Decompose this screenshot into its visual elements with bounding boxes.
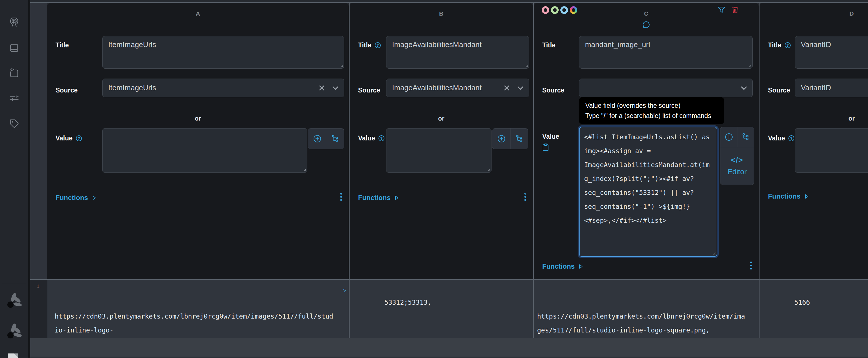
adjustments-sliders-icon[interactable] — [9, 92, 20, 103]
resize-handle-icon[interactable] — [524, 63, 528, 67]
add-value-button[interactable] — [492, 129, 510, 149]
help-icon[interactable]: ? — [378, 135, 384, 141]
delete-column-trash-icon[interactable] — [731, 6, 739, 14]
clear-icon[interactable] — [503, 84, 511, 92]
mapping-column-a: A Title ItemImageUrls Source ItemImageUr… — [47, 3, 349, 279]
open-editor-button[interactable]: </> Editor — [720, 147, 754, 185]
plentymarkets-leaf-icon[interactable] — [6, 292, 23, 310]
help-icon[interactable]: ? — [76, 135, 82, 141]
mapping-column-c: C — [534, 3, 758, 279]
resize-handle-icon[interactable] — [486, 167, 490, 172]
functions-link[interactable]: Functions — [542, 263, 583, 270]
plus-circle-icon — [497, 134, 506, 143]
column-letter: A — [47, 10, 349, 17]
mapping-column-b: B Title ? ImageAvailabilitiesMandant Sou… — [349, 3, 533, 279]
book-icon[interactable] — [9, 43, 20, 53]
title-label: Title — [542, 42, 556, 49]
clear-icon[interactable] — [318, 84, 326, 92]
preview-cell-d[interactable]: 5166 — [760, 280, 868, 338]
badge-green-icon[interactable] — [551, 6, 559, 14]
top-bar — [30, 0, 868, 3]
source-label: Source — [56, 86, 78, 94]
badge-blue-icon[interactable] — [560, 6, 568, 14]
resize-handle-icon[interactable] — [339, 63, 343, 67]
value-input[interactable] — [102, 128, 307, 173]
cell-value: 5166 — [794, 299, 810, 306]
mapping-column-d: D Title ? VariantID Source VariantID or — [760, 3, 868, 279]
column-menu-kebab-icon[interactable] — [340, 192, 342, 203]
preview-cell-c[interactable]: https://cdn03.plentymarkets.com/lbnrej0r… — [534, 280, 758, 338]
add-value-button[interactable] — [720, 127, 737, 147]
preview-cell-b[interactable]: 53312;53313, — [349, 280, 533, 338]
mapping-tree-button[interactable] — [326, 129, 344, 149]
filter-icon[interactable] — [717, 6, 726, 14]
add-value-button[interactable] — [308, 129, 326, 149]
value-label: Value ? — [768, 135, 794, 142]
value-code-input[interactable]: <#list ItemImageUrls.asList() as img><#a… — [579, 127, 717, 257]
mapping-tree-button[interactable] — [737, 127, 754, 147]
source-select[interactable]: VariantID — [795, 79, 868, 97]
chevron-right-icon — [92, 195, 96, 200]
help-icon[interactable]: ? — [785, 42, 790, 48]
source-select[interactable] — [579, 79, 753, 97]
title-input[interactable]: ItemImageUrls — [102, 36, 344, 68]
resize-handle-icon[interactable] — [302, 167, 306, 172]
chevron-down-icon[interactable] — [517, 84, 524, 92]
title-input[interactable]: VariantID — [795, 36, 868, 68]
functions-link[interactable]: Functions — [768, 192, 809, 200]
value-actions — [308, 128, 344, 149]
source-select[interactable]: ImageAvailabilitiesMandant — [386, 79, 529, 97]
or-separator: or — [47, 115, 349, 122]
badge-rainbow-icon[interactable] — [570, 6, 577, 14]
cell-value: https://cdn03.plentymarkets.com/lbnrej0r… — [55, 309, 334, 338]
column-menu-kebab-icon[interactable] — [750, 261, 752, 272]
comment-bubble-icon[interactable] — [642, 21, 650, 29]
file-icon[interactable] — [8, 354, 18, 358]
value-input[interactable] — [386, 128, 492, 173]
clipboard-icon[interactable] — [542, 143, 549, 151]
plus-circle-icon — [724, 133, 734, 142]
help-icon[interactable]: ? — [788, 135, 794, 141]
cell-value: 53312;53313, — [384, 299, 431, 306]
row-number-gutter — [30, 3, 47, 279]
title-input[interactable]: mandant_image_url — [579, 36, 753, 68]
expand-cell-icon[interactable]: ▽ — [343, 283, 346, 297]
source-select[interactable]: ItemImageUrls — [102, 79, 344, 97]
column-menu-kebab-icon[interactable] — [524, 192, 527, 203]
bottom-background — [30, 338, 868, 357]
title-input[interactable]: ImageAvailabilitiesMandant — [386, 36, 529, 68]
title-label: Title ? — [358, 42, 381, 49]
plentymarkets-leaf-icon[interactable] — [6, 323, 23, 340]
value-input[interactable] — [795, 128, 868, 173]
mapping-tool-screen: A Title ItemImageUrls Source ItemImageUr… — [0, 0, 868, 358]
source-label: Source — [542, 86, 564, 94]
badge-pink-icon[interactable] — [541, 6, 549, 14]
functions-link[interactable]: Functions — [56, 194, 96, 202]
source-label: Source — [768, 86, 790, 94]
chevron-down-icon[interactable] — [332, 84, 339, 92]
functions-link[interactable]: Functions — [358, 194, 399, 202]
chevron-down-icon[interactable] — [740, 84, 748, 92]
resize-handle-icon[interactable] — [712, 251, 716, 255]
value-field-tooltip: Value field (overrides the source) Type … — [579, 97, 724, 124]
title-label: Title ? — [768, 42, 790, 49]
title-label: Title — [56, 42, 69, 49]
mapping-workspace: A Title ItemImageUrls Source ItemImageUr… — [30, 0, 868, 358]
help-icon[interactable]: ? — [375, 42, 381, 48]
code-import-box-icon[interactable] — [9, 68, 20, 79]
preview-cell-a[interactable]: https://cdn03.plentymarkets.com/lbnrej0r… — [47, 280, 349, 338]
cell-value: https://cdn03.plentymarkets.com/lbnrej0r… — [537, 312, 745, 334]
tag-icon[interactable] — [9, 118, 20, 129]
value-actions — [492, 128, 528, 149]
sidebar-divider — [2, 284, 26, 284]
code-icon: </> — [731, 156, 743, 165]
column-letter: B — [349, 10, 533, 17]
row-number: 1. — [30, 280, 47, 338]
value-label: Value ? — [358, 135, 384, 142]
branch-icon — [741, 133, 750, 142]
resize-handle-icon[interactable] — [747, 63, 751, 67]
broadcast-antenna-icon[interactable] — [9, 18, 20, 28]
plus-circle-icon — [313, 134, 322, 143]
branch-icon — [515, 134, 524, 143]
mapping-tree-button[interactable] — [510, 129, 528, 149]
